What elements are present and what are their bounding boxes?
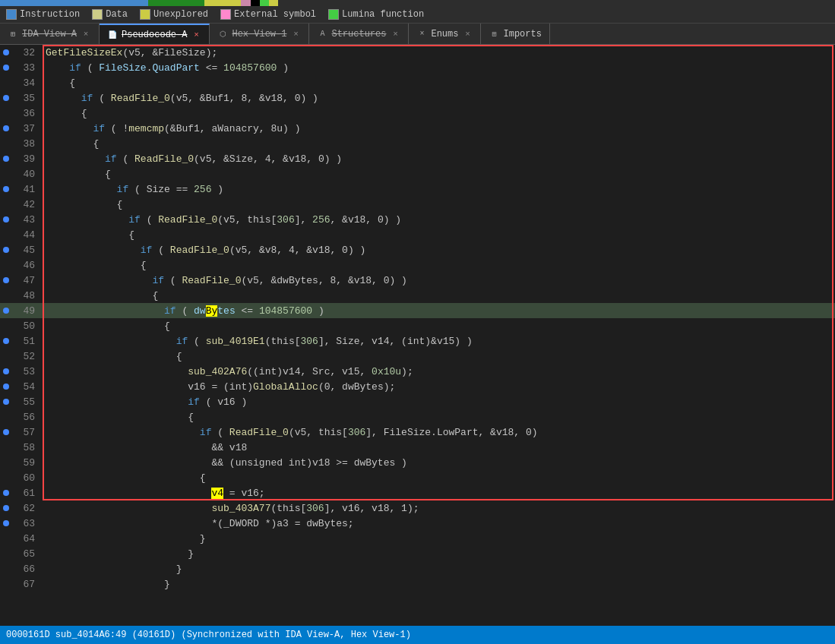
tab-label-ida: IDA View-A: [22, 29, 77, 39]
code-line-65: 65 }: [0, 546, 835, 561]
linecode-32[interactable]: GetFileSizeEx(v5, &FileSize);: [43, 47, 217, 58]
linecode-41[interactable]: if ( Size == 256 ): [43, 184, 223, 195]
linecode-53[interactable]: sub_402A76((int)v14, Src, v15, 0x10u);: [43, 366, 413, 377]
tab-ida-view-a[interactable]: ⊞ IDA View-A ×: [0, 24, 100, 44]
linenum-38: 38: [12, 138, 43, 150]
breakpoint-45[interactable]: [0, 247, 12, 253]
linecode-64[interactable]: }: [43, 533, 206, 545]
linecode-49[interactable]: if ( dwBytes <= 104857600 ): [43, 305, 324, 317]
code-line-57: 57 if ( ReadFile_0(v5, this[306], FileSi…: [0, 425, 835, 440]
linecode-36[interactable]: {: [43, 108, 87, 119]
seg-yellow2: [269, 0, 278, 6]
linecode-66[interactable]: }: [43, 564, 182, 575]
linenum-64: 64: [12, 533, 43, 545]
tab-imports[interactable]: ⊞ Imports: [481, 24, 549, 44]
linecode-57[interactable]: if ( ReadFile_0(v5, this[306], FileSize.…: [43, 427, 538, 438]
linecode-51[interactable]: if ( sub_4019E1(this[306], Size, v14, (i…: [43, 336, 473, 347]
linecode-45[interactable]: if ( ReadFile_0(v5, &v8, 4, &v18, 0) ): [43, 245, 365, 256]
tab-icon-hex: ⬡: [217, 29, 228, 39]
legend-bar: Instruction Data Unexplored External sym…: [0, 6, 835, 24]
legend-label-external: External symbol: [234, 9, 316, 20]
breakpoint-55[interactable]: [0, 399, 12, 405]
code-line-42: 42 {: [0, 197, 835, 212]
code-line-63: 63 *(_DWORD *)a3 = dwBytes;: [0, 516, 835, 531]
linecode-38[interactable]: {: [43, 138, 99, 150]
breakpoint-61[interactable]: [0, 490, 12, 496]
legend-lumina: Lumina function: [328, 9, 424, 20]
linenum-41: 41: [12, 184, 43, 195]
breakpoint-39[interactable]: [0, 156, 12, 162]
linecode-58[interactable]: && v18: [43, 442, 247, 453]
seg-yellow1: [204, 0, 242, 6]
linecode-63[interactable]: *(_DWORD *)a3 = dwBytes;: [43, 518, 354, 529]
linecode-43[interactable]: if ( ReadFile_0(v5, this[306], 256, &v18…: [43, 214, 401, 226]
breakpoint-49[interactable]: [0, 308, 12, 314]
breakpoint-63[interactable]: [0, 520, 12, 526]
breakpoint-33[interactable]: [0, 65, 12, 71]
linecode-37[interactable]: if ( !memcmp(&Buf1, aWanacry, 8u) ): [43, 123, 300, 134]
linecode-52[interactable]: {: [43, 351, 182, 362]
breakpoint-51[interactable]: [0, 338, 12, 344]
breakpoint-54[interactable]: [0, 384, 12, 390]
linecode-44[interactable]: {: [43, 229, 134, 241]
linecode-50[interactable]: {: [43, 320, 170, 332]
tab-close-enums[interactable]: ×: [462, 29, 473, 39]
tab-close-hex[interactable]: ×: [290, 29, 301, 39]
linecode-34[interactable]: {: [43, 77, 75, 89]
linenum-50: 50: [12, 320, 43, 332]
tab-hex-view[interactable]: ⬡ Hex View-1 ×: [210, 24, 309, 44]
breakpoint-32[interactable]: [0, 49, 12, 55]
linecode-47[interactable]: if ( ReadFile_0(v5, &dwBytes, 8, &v18, 0…: [43, 275, 407, 286]
code-line-45: 45 if ( ReadFile_0(v5, &v8, 4, &v18, 0) …: [0, 242, 835, 257]
code-line-36: 36 {: [0, 106, 835, 121]
breakpoint-57[interactable]: [0, 429, 12, 435]
code-area[interactable]: 32 GetFileSizeEx(v5, &FileSize); 33 if (…: [0, 45, 835, 620]
code-line-44: 44 {: [0, 227, 835, 242]
code-line-41: 41 if ( Size == 256 ): [0, 182, 835, 197]
tab-label-pseudo: Pseudocode-A: [122, 30, 187, 40]
tab-close-struct[interactable]: ×: [390, 29, 400, 39]
code-line-67: 67 }: [0, 576, 835, 592]
linecode-35[interactable]: if ( ReadFile_0(v5, &Buf1, 8, &v18, 0) ): [43, 93, 318, 104]
breakpoint-53[interactable]: [0, 368, 12, 374]
breakpoint-41[interactable]: [0, 186, 12, 192]
linecode-54[interactable]: v16 = (int)GlobalAlloc(0, dwBytes);: [43, 381, 395, 393]
code-line-34: 34 {: [0, 75, 835, 90]
breakpoint-47[interactable]: [0, 277, 12, 283]
linecode-33[interactable]: if ( FileSize.QuadPart <= 104857600 ): [43, 62, 289, 74]
linecode-56[interactable]: {: [43, 412, 194, 423]
breakpoint-37[interactable]: [0, 125, 12, 131]
linecode-48[interactable]: {: [43, 290, 158, 301]
linenum-61: 61: [12, 488, 43, 499]
code-line-61: 61 v4 = v16;: [0, 485, 835, 500]
legend-box-unexplored: [140, 9, 150, 20]
linecode-46[interactable]: {: [43, 260, 147, 271]
tab-structures[interactable]: A Structures ×: [309, 24, 409, 44]
linecode-61[interactable]: v4 = v16;: [43, 488, 265, 499]
breakpoint-43[interactable]: [0, 216, 12, 223]
tab-close-ida[interactable]: ×: [81, 29, 91, 39]
linecode-55[interactable]: if ( v16 ): [43, 396, 247, 408]
code-line-52: 52 {: [0, 349, 835, 364]
legend-data: Data: [92, 9, 128, 20]
tab-close-pseudo[interactable]: ×: [191, 30, 201, 40]
tab-pseudocode-a[interactable]: 📄 Pseudocode-A ×: [100, 24, 210, 44]
tab-enums[interactable]: × Enums ×: [409, 24, 481, 44]
linecode-65[interactable]: }: [43, 548, 194, 560]
linecode-42[interactable]: {: [43, 199, 122, 210]
code-line-55: 55 if ( v16 ): [0, 394, 835, 409]
linenum-42: 42: [12, 199, 43, 210]
linecode-40[interactable]: {: [43, 169, 111, 180]
linecode-67[interactable]: }: [43, 579, 170, 590]
breakpoint-62[interactable]: [0, 505, 12, 511]
linecode-39[interactable]: if ( ReadFile_0(v5, &Size, 4, &v18, 0) ): [43, 153, 342, 165]
linecode-59[interactable]: && (unsigned int)v18 >= dwBytes ): [43, 457, 407, 469]
breakpoint-35[interactable]: [0, 95, 12, 101]
legend-label-lumina: Lumina function: [342, 9, 424, 20]
linecode-62[interactable]: sub_403A77(this[306], v16, v18, 1);: [43, 503, 419, 514]
linecode-60[interactable]: {: [43, 472, 206, 484]
tabs-bar: ⊞ IDA View-A × 📄 Pseudocode-A × ⬡ Hex Vi…: [0, 24, 835, 45]
linenum-34: 34: [12, 77, 43, 89]
legend-box-instruction: [6, 9, 17, 20]
code-line-53: 53 sub_402A76((int)v14, Src, v15, 0x10u)…: [0, 364, 835, 379]
